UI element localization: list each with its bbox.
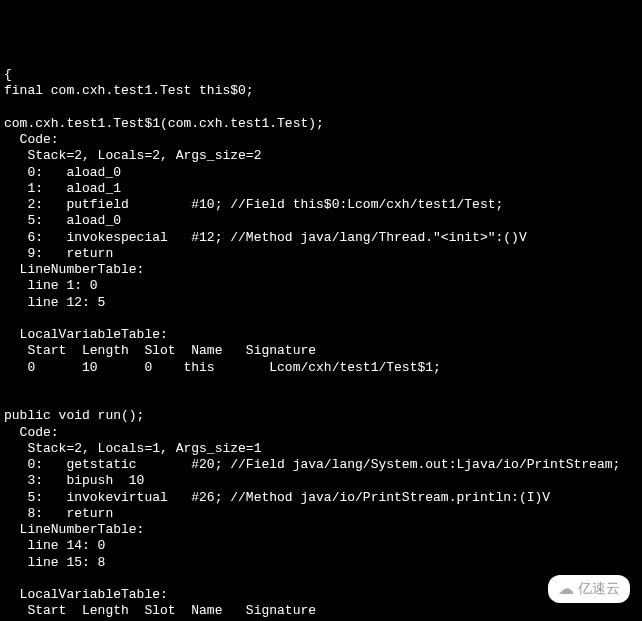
watermark-text: 亿速云 <box>578 580 620 598</box>
cloud-icon: ☁ <box>558 579 574 599</box>
code-block: { final com.cxh.test1.Test this$0; com.c… <box>4 67 620 621</box>
terminal-output: { final com.cxh.test1.Test this$0; com.c… <box>4 67 638 621</box>
watermark-badge: ☁ 亿速云 <box>548 575 630 603</box>
